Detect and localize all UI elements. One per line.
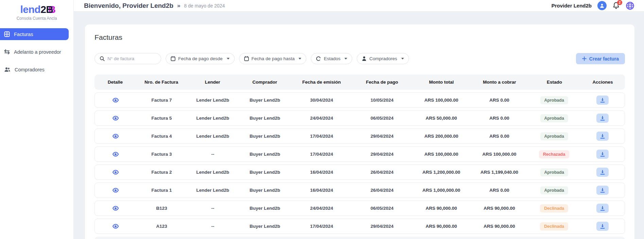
filter-date-from[interactable]: Fecha de pago desde [166,53,235,64]
current-date: 8 de mayo de 2024 [184,3,225,8]
amount-to-collect: ARS 1,199,040.00 [471,170,528,175]
status-cell: Declinada [528,204,580,212]
actions-cell [580,132,625,141]
view-detail-button[interactable] [112,188,119,193]
issue-date: 16/04/2024 [291,188,352,193]
topbar-actions: Provider Lend2b 2 [552,1,634,10]
view-detail-button[interactable] [112,98,119,103]
detail-cell [95,188,136,193]
detail-cell [95,224,136,229]
person-icon [362,56,367,61]
column-header: Monto total [412,80,471,85]
welcome-title: Bienvenido, Provider Lend2b [84,2,173,10]
download-icon [600,224,605,229]
filter-date-to[interactable]: Fecha de pago hasta [239,53,307,64]
column-header: Estado [528,80,580,85]
table-row: Factura 2 Lender Lend2b Buyer Lend2b 16/… [95,165,625,180]
people-icon [4,67,11,72]
topbar: Bienvenido, Provider Lend2b » 8 de mayo … [74,0,644,12]
invoice-number: B123 [136,206,187,211]
notification-badge: 2 [617,0,622,5]
invoices-card: Facturas Fecha de pago desde [85,24,634,239]
invoice-number: Factura 1 [136,188,187,193]
filter-states[interactable]: Estados [311,53,352,64]
search-icon [100,56,105,61]
download-button[interactable] [596,132,609,141]
amount-to-collect: ARS 0.00 [471,134,528,139]
download-button[interactable] [596,96,609,105]
filter-label: Fecha de pago hasta [252,56,295,61]
view-detail-button[interactable] [112,170,119,175]
sidebar-item-adelanto-a-proveedor[interactable]: Adelanto a proveedor [0,46,73,58]
status-cell: Declinada [528,222,580,231]
chevron-down-icon [401,58,404,59]
user-avatar[interactable] [597,1,607,10]
actions-cell [580,222,625,231]
search-input[interactable] [107,56,156,61]
download-button[interactable] [596,204,609,213]
notifications-button[interactable]: 2 [612,2,620,10]
brand-logo: lend2BB Consola Cuenta Ancla [0,0,73,21]
buyer-name: Buyer Lend2b [238,134,291,139]
buyer-name: Buyer Lend2b [238,224,291,229]
column-header: Acciones [580,80,625,85]
download-icon [600,152,605,157]
issue-date: 17/04/2024 [291,134,352,139]
view-detail-button[interactable] [112,152,119,157]
language-button[interactable] [626,1,634,10]
lender-name: -- [187,152,238,157]
column-header: Detalle [95,80,136,85]
status-cell: Aprobada [528,96,580,104]
amount-to-collect: ARS 90,000.00 [471,206,528,211]
payment-date: 29/04/2024 [352,152,412,157]
view-detail-button[interactable] [112,224,119,229]
status-badge: Aprobada [540,132,568,140]
breadcrumb-separator: » [177,2,180,9]
invoice-search[interactable] [95,53,161,64]
main-area: Bienvenido, Provider Lend2b » 8 de mayo … [74,0,644,239]
view-detail-button[interactable] [112,206,119,211]
download-button[interactable] [596,222,609,231]
issue-date: 17/04/2024 [291,152,352,157]
table-row: A123 -- Buyer Lend2b 17/04/2024 29/04/20… [95,219,625,234]
buyer-name: Buyer Lend2b [238,98,291,103]
view-detail-button[interactable] [112,116,119,121]
issue-date: 16/04/2024 [291,170,352,175]
lender-name: -- [187,224,238,229]
view-detail-button[interactable] [112,134,119,139]
status-badge: Aprobada [540,186,568,194]
actions-cell [580,150,625,159]
status-badge: Aprobada [540,96,568,104]
download-button[interactable] [596,186,609,195]
download-button[interactable] [596,114,609,123]
create-invoice-button[interactable]: Crear factura [576,53,625,64]
total-amount: ARS 200,000.00 [412,134,470,139]
sidebar-item-compradores[interactable]: Compradores [0,64,73,75]
status-cell: Aprobada [528,186,580,194]
table-header-row: DetalleNro. de FacturaLenderCompradorFec… [95,74,625,90]
download-button[interactable] [596,150,609,159]
calendar-icon [244,56,249,61]
detail-cell [95,134,136,139]
download-icon [600,188,605,193]
column-header: Lender [187,80,238,85]
download-icon [600,170,605,175]
buyer-name: Buyer Lend2b [238,188,291,193]
globe-icon [626,1,634,10]
sidebar-item-facturas[interactable]: Facturas [0,28,69,40]
actions-cell [580,96,625,105]
detail-cell [95,152,136,157]
filter-bar: Fecha de pago desde Fecha de pago hasta [95,53,625,64]
download-button[interactable] [596,168,609,177]
column-header: Monto a cobrar [471,80,528,85]
status-cell: Rechazada [528,150,580,158]
sidebar: lend2BB Consola Cuenta Ancla Facturas Ad… [0,0,74,239]
table-footer-strip [95,237,625,239]
filter-buyers[interactable]: Compradores [357,53,409,64]
logo-text: lend2BB [0,4,73,15]
column-header: Nro. de Factura [136,80,187,85]
column-header: Fecha de emisión [291,80,352,85]
status-cell: Aprobada [528,168,580,176]
brand-tagline: Consola Cuenta Ancla [0,16,73,21]
lender-name: Lender Lend2b [187,98,238,103]
